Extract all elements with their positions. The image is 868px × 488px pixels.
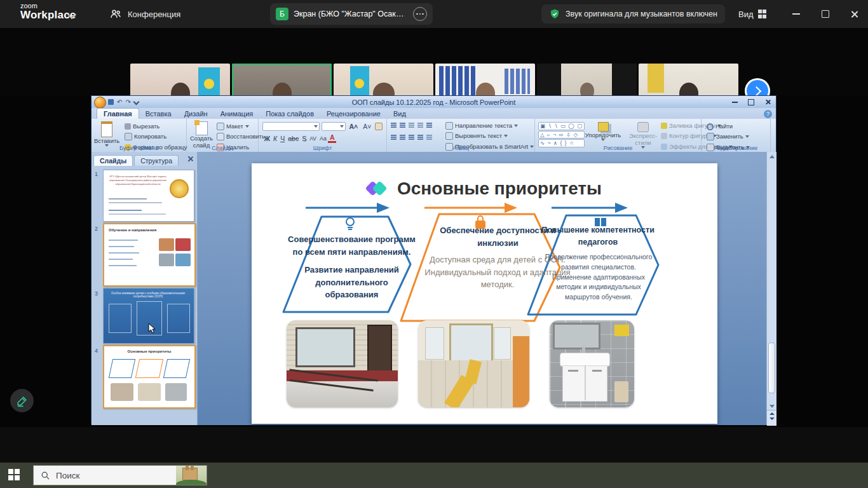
- search-highlight-image[interactable]: [176, 466, 207, 485]
- bold-button[interactable]: Ж: [262, 135, 272, 142]
- slide-thumbnail-2[interactable]: Обучение и направления: [103, 223, 196, 287]
- align-right-icon[interactable]: [409, 135, 414, 140]
- ppt-minimize-button[interactable]: [726, 96, 743, 108]
- cut-label: Вырезать: [133, 122, 159, 131]
- panel-tab-outline[interactable]: Структура: [134, 155, 179, 166]
- panel-close-icon[interactable]: [187, 156, 194, 162]
- find-button[interactable]: Найти: [707, 122, 750, 131]
- copy-icon: [125, 133, 132, 140]
- panel-tab-slides[interactable]: Слайды: [93, 155, 133, 166]
- group-paragraph: Направление текста Выровнять текст Преоб…: [387, 119, 535, 152]
- change-case-button[interactable]: Aa: [318, 135, 328, 142]
- tab-screen-share[interactable]: Б Экран (БЖО "Жастар" Осакаров: [270, 3, 433, 25]
- search-icon: [41, 471, 50, 480]
- italic-button[interactable]: К: [272, 135, 279, 142]
- group-font-label: Шрифт: [259, 145, 386, 151]
- layout-icon: [217, 123, 224, 130]
- arrange-button[interactable]: Упорядочить: [585, 122, 621, 141]
- tab-options-icon[interactable]: [413, 7, 427, 21]
- align-center-icon[interactable]: [400, 135, 405, 140]
- current-slide[interactable]: Основные приоритеты Совершенствование пр…: [252, 163, 717, 424]
- photo-accessible-sink: [550, 320, 634, 407]
- ppt-window-title: ООП слайды 10.12.2025 год - Microsoft Po…: [92, 98, 776, 106]
- previous-slide-icon[interactable]: [770, 412, 775, 415]
- ppt-close-button[interactable]: [759, 96, 776, 108]
- font-color-button[interactable]: А: [328, 134, 336, 143]
- ppt-ribbon-tabs: Главная Вставка Дизайн Анимация Показ сл…: [92, 108, 776, 119]
- font-name-combobox[interactable]: [262, 122, 320, 131]
- bullets-icon[interactable]: [391, 123, 397, 128]
- grow-font-button[interactable]: A˄: [348, 123, 360, 130]
- thumbnail-logo: [170, 179, 189, 198]
- reset-slide-button[interactable]: Восстановить: [217, 132, 265, 141]
- slide-number: 1: [95, 171, 98, 177]
- priority-3-body: Продолжение профессионального развития с…: [541, 252, 656, 302]
- window-minimize-button[interactable]: [785, 0, 807, 28]
- slide-thumbnail-3[interactable]: Особое внимание детям с особыми образова…: [103, 288, 194, 344]
- strikethrough-button[interactable]: abc: [287, 135, 301, 142]
- replace-button[interactable]: Заменить: [707, 132, 750, 141]
- annotate-button[interactable]: [10, 389, 34, 412]
- paste-button[interactable]: Вставить: [94, 121, 119, 147]
- font-size-combobox[interactable]: [322, 122, 346, 131]
- slide-thumbnail-1[interactable]: КГУ «Детско-юношеский центр Жастар» отде…: [103, 170, 194, 222]
- layout-button[interactable]: Макет: [217, 122, 265, 131]
- slide-thumbnail-4[interactable]: Основные приоритеты: [103, 345, 196, 409]
- character-spacing-button[interactable]: AV: [308, 135, 318, 142]
- scissors-icon: [125, 123, 131, 130]
- align-left-icon[interactable]: [391, 135, 397, 140]
- tab-design[interactable]: Дизайн: [178, 109, 214, 119]
- group-clipboard-label: Буфер обмена: [92, 145, 186, 151]
- scrollbar-thumb[interactable]: [768, 342, 775, 393]
- group-drawing: ▣ ∖ ∖ ▭ ◯ ▢ △ ⌐ ¬ ⇨ ⇩ ◇ ∿ ~ ∧ { } ☆ Упор…: [535, 119, 702, 152]
- tab-home[interactable]: Главная: [97, 108, 139, 119]
- help-icon[interactable]: ?: [764, 110, 772, 118]
- tab-conference[interactable]: Конференция: [109, 0, 180, 28]
- scroll-down-icon[interactable]: [770, 405, 775, 408]
- ppt-title-bar: ↶ ↷ ООП слайды 10.12.2025 год - Microsof…: [92, 96, 776, 108]
- taskbar-search[interactable]: Поиск: [33, 465, 207, 485]
- group-font: A˄ A˅ Ж К Ч abc S AV Aa А Шрифт: [259, 119, 387, 152]
- window-close-button[interactable]: [844, 0, 865, 28]
- text-shadow-button[interactable]: S: [301, 135, 308, 142]
- photo-building-ramp: [287, 320, 398, 407]
- underline-button[interactable]: Ч: [279, 135, 287, 142]
- slide-scrollbar[interactable]: [766, 152, 776, 425]
- start-button[interactable]: [8, 469, 20, 480]
- close-icon: [765, 99, 771, 105]
- numbering-icon[interactable]: [400, 123, 405, 128]
- window-restore-button[interactable]: [815, 0, 836, 28]
- thumbnail-caption: Основные приоритеты: [104, 349, 194, 353]
- scroll-up-icon[interactable]: [770, 155, 775, 158]
- zoom-top-bar: zoom Workplace Конференция Б Экран (БЖО …: [0, 0, 868, 28]
- text-direction-button[interactable]: Направление текста: [445, 121, 534, 130]
- slide-number: 2: [95, 226, 98, 232]
- tab-animation[interactable]: Анимация: [214, 109, 260, 119]
- next-slide-icon[interactable]: [770, 417, 775, 420]
- increase-indent-icon[interactable]: [417, 123, 423, 128]
- copy-button[interactable]: Копировать: [125, 132, 187, 141]
- quick-styles-label: Экспресс-стили: [623, 132, 663, 146]
- cut-button[interactable]: Вырезать: [125, 122, 187, 131]
- view-button[interactable]: Вид: [738, 4, 766, 24]
- reset-icon: [217, 133, 224, 140]
- shapes-gallery[interactable]: ▣ ∖ ∖ ▭ ◯ ▢ △ ⌐ ¬ ⇨ ⇩ ◇ ∿ ~ ∧ { } ☆: [538, 122, 585, 147]
- line-spacing-icon[interactable]: [426, 123, 432, 128]
- tab-slideshow[interactable]: Показ слайдов: [259, 109, 320, 119]
- ppt-restore-button[interactable]: [743, 96, 759, 108]
- tab-insert[interactable]: Вставка: [139, 109, 178, 119]
- clear-formatting-icon[interactable]: [375, 123, 383, 130]
- thumbnail-photo: [165, 383, 187, 401]
- group-slides: Создать слайд Макет Восстановить Удалить…: [187, 119, 259, 152]
- shrink-font-button[interactable]: A˅: [362, 123, 373, 130]
- justify-icon[interactable]: [417, 135, 423, 140]
- decrease-indent-icon[interactable]: [409, 123, 414, 128]
- slide-number: 4: [95, 348, 98, 354]
- tab-review[interactable]: Рецензирование: [320, 109, 387, 119]
- view-grid-icon: [758, 10, 767, 18]
- tab-view[interactable]: Вид: [387, 109, 412, 119]
- columns-icon[interactable]: [426, 135, 432, 140]
- find-label: Найти: [715, 122, 733, 131]
- align-text-button[interactable]: Выровнять текст: [445, 132, 534, 140]
- thumbnail-photo: [159, 238, 174, 251]
